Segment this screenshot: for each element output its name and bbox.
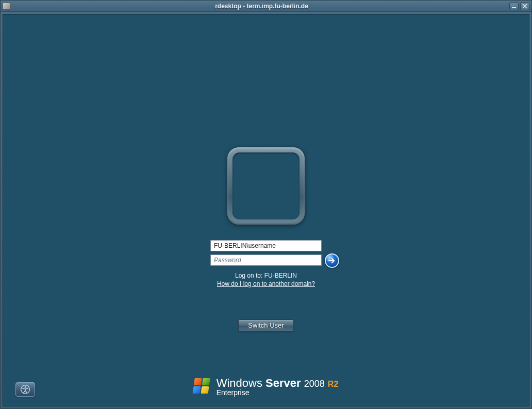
app-icon — [3, 3, 11, 10]
accessibility-icon — [20, 384, 30, 395]
svg-point-2 — [25, 386, 26, 388]
window-title: rdesktop - term.imp.fu-berlin.de — [14, 3, 509, 10]
branding-text: Windows Server 2008 R2 Enterprise — [217, 377, 339, 397]
switch-user-label: Switch User — [248, 322, 284, 329]
window-controls — [509, 2, 529, 10]
os-branding: Windows Server 2008 R2 Enterprise — [194, 377, 339, 397]
minimize-button[interactable] — [509, 2, 519, 10]
windows-logo-icon — [194, 378, 211, 396]
brand-server: Server — [265, 377, 301, 389]
switch-user-button[interactable]: Switch User — [238, 319, 294, 332]
password-input[interactable] — [210, 254, 322, 266]
login-screen: Log on to: FU-BERLIN How do I log on to … — [3, 14, 529, 406]
login-panel: Log on to: FU-BERLIN How do I log on to … — [210, 147, 322, 332]
titlebar[interactable]: rdesktop - term.imp.fu-berlin.de — [1, 1, 531, 12]
user-avatar-frame — [227, 147, 305, 225]
username-input[interactable] — [210, 240, 322, 251]
brand-year: 2008 — [304, 379, 325, 389]
close-button[interactable] — [520, 2, 529, 10]
svg-rect-0 — [512, 7, 516, 8]
rdesktop-window: rdesktop - term.imp.fu-berlin.de — [0, 0, 532, 409]
brand-edition: Enterprise — [217, 389, 339, 397]
ease-of-access-button[interactable] — [15, 382, 35, 397]
brand-r2: R2 — [328, 380, 338, 388]
submit-arrow-button[interactable] — [325, 253, 339, 268]
other-domain-link[interactable]: How do I log on to another domain? — [217, 280, 315, 287]
user-avatar — [232, 152, 300, 219]
credential-fields: Log on to: FU-BERLIN How do I log on to … — [210, 240, 322, 287]
logon-to-label: Log on to: FU-BERLIN — [235, 272, 297, 279]
login-hints: Log on to: FU-BERLIN How do I log on to … — [217, 272, 315, 287]
